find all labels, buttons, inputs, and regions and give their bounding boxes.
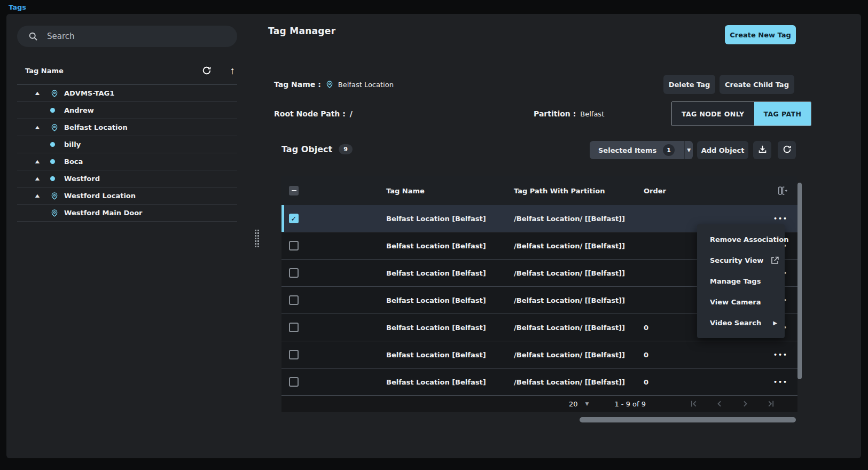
context-menu-item[interactable]: Video Search ▶	[697, 312, 785, 333]
partition-row: Partition : Belfast	[534, 104, 604, 123]
column-header-tag-path[interactable]: Tag Path With Partition	[514, 187, 644, 195]
context-menu-item[interactable]: Manage Tags	[697, 271, 785, 292]
collapse-arrow-icon[interactable]: ▲	[35, 125, 52, 130]
partition-value: Belfast	[580, 110, 604, 118]
selected-items-count: 1	[663, 144, 675, 156]
partition-label: Partition :	[534, 109, 576, 118]
add-column-icon[interactable]	[777, 185, 788, 196]
collapse-arrow-icon[interactable]: ▲	[35, 193, 52, 198]
tag-manager-main: Tag Manager Create New Tag Tag Name : Be…	[246, 14, 861, 458]
tag-object-title: Tag Object	[281, 144, 332, 154]
collapse-arrow-icon[interactable]: ▲	[35, 176, 52, 181]
chevron-down-icon: ▼	[585, 401, 589, 406]
tree-item-label: billy	[64, 140, 81, 148]
context-menu-item-label: Security View	[710, 256, 763, 264]
location-pin-icon	[325, 80, 334, 89]
refresh-tree-icon[interactable]	[199, 63, 214, 78]
tree-item[interactable]: ▲ Belfast Location	[17, 119, 237, 136]
row-checkbox[interactable]	[289, 377, 299, 387]
tree-item-label: ADVMS-TAG1	[64, 89, 114, 97]
next-page-button[interactable]	[740, 398, 750, 409]
search-box[interactable]	[17, 26, 237, 47]
row-checkbox[interactable]	[289, 350, 299, 359]
create-child-tag-button[interactable]: Create Child Tag	[720, 75, 794, 94]
cell-tag-path: /Belfast Location/ [[Belfast]]	[514, 324, 644, 332]
add-object-button[interactable]: Add Object	[697, 141, 748, 159]
context-menu-item[interactable]: Remove Association	[697, 229, 785, 250]
horizontal-scrollbar[interactable]	[580, 417, 796, 422]
page-size-select[interactable]: 20 ▼	[569, 400, 589, 408]
vertical-scrollbar[interactable]	[797, 183, 802, 379]
page-title: Tag Manager	[268, 26, 335, 36]
column-header-tag-name[interactable]: Tag Name	[386, 187, 514, 195]
first-page-button[interactable]	[689, 398, 699, 409]
table-row[interactable]: Belfast Location [Belfast] /Belfast Loca…	[281, 369, 797, 396]
tree-item-label: Boca	[64, 158, 83, 166]
search-icon	[26, 29, 41, 44]
create-new-tag-button[interactable]: Create New Tag	[725, 25, 796, 44]
collapse-arrow-icon[interactable]: ▲	[35, 159, 52, 164]
selected-items-dropdown[interactable]: Selected Items 1 ▼	[590, 141, 693, 159]
last-page-button[interactable]	[765, 398, 776, 409]
tree-item[interactable]: ▲ billy	[17, 136, 237, 153]
tag-manager-panel: Tag Name ↑ ▲ ADVMS-TAG1 ▲ Andrew ▲ Belfa…	[6, 14, 861, 458]
cell-tag-path: /Belfast Location/ [[Belfast]]	[514, 378, 644, 386]
row-actions-menu-icon[interactable]: •••	[773, 215, 788, 222]
toggle-tag-node-only[interactable]: TAG NODE ONLY	[672, 102, 754, 126]
export-download-button[interactable]	[753, 141, 771, 159]
tree-item[interactable]: ▲ Andrew	[17, 102, 237, 119]
external-link-icon	[770, 255, 780, 265]
row-actions-menu-icon[interactable]: •••	[773, 379, 788, 386]
cell-tag-name: Belfast Location [Belfast]	[386, 378, 514, 386]
search-input[interactable]	[47, 32, 229, 41]
table-row[interactable]: Belfast Location [Belfast] /Belfast Loca…	[281, 341, 797, 369]
cell-tag-name: Belfast Location [Belfast]	[386, 242, 514, 250]
collapse-arrow-icon[interactable]: ▲	[35, 91, 52, 96]
tag-name-value: Belfast Location	[338, 81, 394, 89]
pagination-range: 1 - 9 of 9	[614, 400, 646, 408]
context-menu-item[interactable]: Security View	[697, 250, 785, 271]
context-menu-item-label: Remove Association	[710, 236, 788, 244]
delete-tag-button[interactable]: Delete Tag	[663, 75, 715, 94]
tree-item-label: Westford Main Door	[64, 209, 143, 217]
row-context-menu: Remove Association Security View Manage …	[697, 224, 785, 338]
select-all-checkbox[interactable]	[289, 186, 299, 195]
location-pin-icon	[50, 209, 64, 217]
tree-item[interactable]: ▲ ADVMS-TAG1	[17, 85, 237, 102]
cell-tag-name: Belfast Location [Belfast]	[386, 269, 514, 277]
refresh-table-button[interactable]	[778, 141, 796, 159]
context-menu-item-label: Video Search	[710, 319, 761, 327]
chevron-down-icon[interactable]: ▼	[685, 147, 693, 153]
root-node-path-label: Root Node Path :	[274, 109, 346, 118]
row-checkbox[interactable]	[289, 295, 299, 305]
row-checkbox[interactable]	[289, 323, 299, 332]
row-actions-menu-icon[interactable]: •••	[773, 351, 788, 358]
dot-icon	[50, 142, 64, 147]
tree-header: Tag Name ↑	[17, 63, 237, 78]
context-menu-item-label: Manage Tags	[710, 277, 761, 285]
cell-order: 0	[644, 378, 729, 386]
row-checkbox[interactable]	[289, 268, 299, 278]
tree-item[interactable]: ▲ Boca	[17, 153, 237, 170]
tree-item[interactable]: ▲ Westford Location	[17, 187, 237, 205]
tree-item-label: Westford	[64, 175, 100, 183]
toggle-tag-path[interactable]: TAG PATH	[754, 102, 811, 126]
previous-page-button[interactable]	[714, 398, 725, 409]
tag-tree-sidebar: Tag Name ↑ ▲ ADVMS-TAG1 ▲ Andrew ▲ Belfa…	[6, 14, 246, 458]
cell-tag-path: /Belfast Location/ [[Belfast]]	[514, 215, 644, 223]
cell-order: 0	[644, 351, 729, 359]
tree-item-label: Westford Location	[64, 192, 136, 200]
context-menu-item[interactable]: View Camera	[697, 292, 785, 312]
tree-item[interactable]: ▲ Westford	[17, 170, 237, 187]
tag-name-label: Tag Name :	[274, 80, 321, 89]
row-checkbox[interactable]	[289, 214, 299, 223]
tag-tree: ▲ ADVMS-TAG1 ▲ Andrew ▲ Belfast Location…	[17, 84, 237, 222]
tag-object-header: Tag Object 9	[281, 144, 353, 154]
column-header-order[interactable]: Order	[644, 187, 729, 195]
dot-icon	[50, 108, 64, 113]
row-checkbox[interactable]	[289, 241, 299, 250]
collapse-all-icon[interactable]: ↑	[228, 64, 238, 78]
top-bar: Tags	[0, 0, 868, 14]
breadcrumb[interactable]: Tags	[9, 3, 26, 11]
tree-item[interactable]: ▲ Westford Main Door	[17, 205, 237, 222]
